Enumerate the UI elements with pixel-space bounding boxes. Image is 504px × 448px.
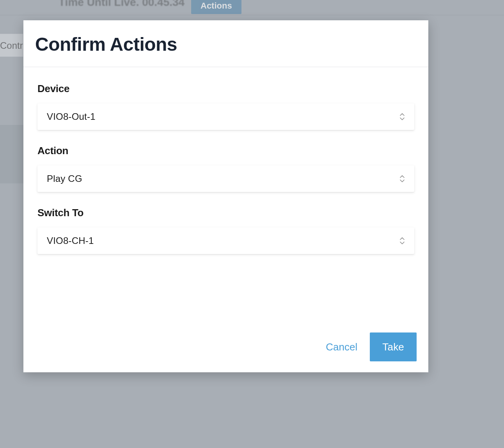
bg-actions-button: Actions <box>191 0 241 14</box>
bg-divider <box>0 15 504 15</box>
switch-to-select[interactable]: VIO8-CH-1 <box>37 228 414 254</box>
device-select[interactable]: VIO8-Out-1 <box>37 103 414 130</box>
action-select[interactable]: Play CG <box>37 165 414 192</box>
chevron-up-down-icon <box>399 236 406 245</box>
action-label: Action <box>37 145 414 157</box>
cancel-button[interactable]: Cancel <box>323 334 360 360</box>
chevron-up-down-icon <box>399 112 406 121</box>
modal-title: Confirm Actions <box>35 34 417 55</box>
bg-side-block <box>0 125 23 183</box>
device-value: VIO8-Out-1 <box>47 111 405 122</box>
device-label: Device <box>37 83 414 95</box>
bg-contr-fragment: Contr <box>0 40 23 51</box>
action-group: Action Play CG <box>37 145 414 192</box>
switch-to-value: VIO8-CH-1 <box>47 235 405 246</box>
device-group: Device VIO8-Out-1 <box>37 83 414 130</box>
modal-body: Device VIO8-Out-1 Action Play CG Switch … <box>23 67 428 332</box>
confirm-actions-modal: Confirm Actions Device VIO8-Out-1 Action… <box>23 20 428 372</box>
modal-header: Confirm Actions <box>23 20 428 67</box>
switch-to-label: Switch To <box>37 207 414 219</box>
modal-footer: Cancel Take <box>23 332 428 372</box>
bg-time-until-live: Time Until Live. 00.45.34 <box>59 0 185 9</box>
chevron-up-down-icon <box>399 174 406 183</box>
switch-to-group: Switch To VIO8-CH-1 <box>37 207 414 254</box>
bg-card <box>0 34 23 57</box>
action-value: Play CG <box>47 173 405 184</box>
take-button[interactable]: Take <box>370 332 417 361</box>
